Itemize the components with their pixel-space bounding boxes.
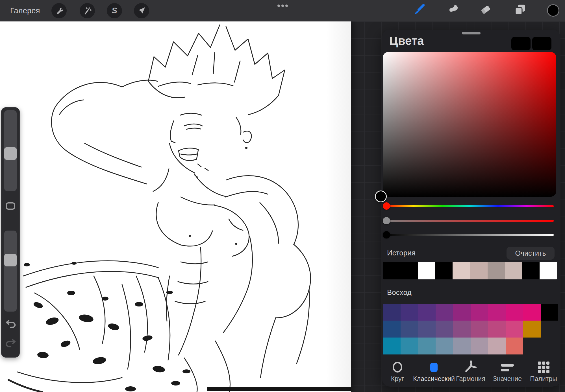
tab-disc-label: Круг	[391, 375, 404, 383]
color-disc-icon[interactable]	[547, 4, 559, 17]
adjustments-button[interactable]	[80, 3, 95, 18]
eraser-icon	[479, 3, 492, 17]
history-swatch[interactable]	[470, 262, 488, 279]
top-toolbar: Галерея S	[0, 0, 565, 21]
tab-palettes[interactable]: Палитры	[518, 360, 565, 383]
undo-button[interactable]	[5, 320, 16, 329]
palettes-grid-icon	[538, 362, 549, 373]
layers-button[interactable]	[513, 3, 527, 17]
saturation-slider[interactable]	[385, 220, 554, 222]
undo-icon	[5, 319, 16, 330]
palette-swatch[interactable]	[401, 321, 418, 338]
palette-swatch[interactable]	[418, 304, 436, 321]
palette-swatch[interactable]	[541, 304, 558, 321]
hue-slider-knob[interactable]	[383, 202, 390, 210]
drawing-canvas[interactable]	[0, 21, 351, 392]
palette-name: Восход	[387, 288, 412, 297]
canvas-edge-shadow	[326, 21, 351, 392]
palette-swatch[interactable]	[523, 304, 541, 321]
saturation-brightness-square[interactable]	[383, 52, 556, 197]
harmony-icon	[464, 360, 477, 374]
palette-swatch[interactable]	[488, 338, 506, 354]
palette-swatch[interactable]	[418, 321, 436, 338]
eraser-tool-button[interactable]	[479, 3, 492, 17]
actions-button[interactable]	[51, 3, 67, 18]
selection-s-icon: S	[112, 6, 117, 15]
layers-icon	[514, 3, 527, 17]
gallery-button[interactable]: Галерея	[10, 0, 40, 21]
palette-swatch[interactable]	[506, 304, 523, 321]
redo-icon	[5, 339, 16, 349]
brush-size-slider[interactable]	[4, 110, 17, 191]
clear-history-button[interactable]: Очистить	[507, 247, 555, 260]
disc-ring-icon	[393, 362, 402, 373]
palette-swatch[interactable]	[453, 321, 471, 338]
color-selector-circle[interactable]	[375, 190, 387, 202]
colors-panel: Цвета История Очистить Восход Круг Класс…	[382, 30, 560, 387]
history-swatch[interactable]	[505, 262, 522, 279]
previous-color-swatch[interactable]	[532, 37, 551, 50]
section-divider	[382, 243, 560, 243]
palette-swatch[interactable]	[471, 338, 488, 354]
paint-tool-button[interactable]	[412, 3, 426, 17]
palette-empty-cell	[523, 338, 541, 354]
palette-swatch[interactable]	[523, 321, 541, 338]
brightness-slider-knob[interactable]	[383, 231, 390, 238]
history-label: История	[387, 249, 416, 257]
palette-swatch[interactable]	[401, 338, 418, 354]
history-swatch[interactable]	[453, 262, 470, 279]
canvas-options-ellipsis-icon[interactable]	[277, 5, 288, 7]
palette-swatch[interactable]	[383, 304, 401, 321]
selection-button[interactable]: S	[107, 3, 122, 18]
palette-swatch[interactable]	[488, 304, 506, 321]
current-color-swatch[interactable]	[511, 37, 531, 50]
value-bars-icon	[501, 362, 514, 372]
clear-history-label: Очистить	[515, 249, 546, 257]
palette-swatch[interactable]	[471, 304, 488, 321]
palette-swatch[interactable]	[418, 338, 436, 354]
history-swatch[interactable]	[540, 262, 557, 279]
brush-size-handle[interactable]	[4, 147, 17, 160]
opacity-handle[interactable]	[4, 254, 17, 266]
palette-swatch[interactable]	[436, 338, 453, 354]
modify-button[interactable]	[6, 202, 15, 210]
smudge-tool-button[interactable]	[447, 3, 460, 17]
palette-swatch[interactable]	[506, 321, 523, 338]
classic-square-icon	[430, 363, 438, 372]
palette-swatch[interactable]	[383, 321, 401, 338]
opacity-slider[interactable]	[4, 231, 17, 312]
history-swatch[interactable]	[522, 262, 540, 279]
transform-arrow-icon	[137, 6, 146, 16]
colors-panel-title: Цвета	[389, 34, 424, 48]
palette-swatch[interactable]	[488, 321, 506, 338]
section-divider	[382, 284, 560, 284]
procreate-window: Галерея S	[0, 0, 565, 392]
tab-value-label: Значение	[493, 375, 522, 383]
redo-button[interactable]	[5, 339, 16, 349]
palette-swatch[interactable]	[471, 321, 488, 338]
saturation-slider-knob[interactable]	[383, 217, 390, 224]
panel-drag-handle[interactable]	[462, 32, 481, 34]
palette-swatch[interactable]	[436, 304, 453, 321]
history-swatches-row	[383, 262, 557, 279]
history-swatch[interactable]	[401, 262, 418, 279]
history-swatch[interactable]	[488, 262, 505, 279]
brightness-slider[interactable]	[385, 234, 554, 236]
palette-swatch[interactable]	[453, 304, 471, 321]
palette-swatch[interactable]	[401, 304, 418, 321]
hue-slider[interactable]	[385, 205, 554, 207]
tab-harmony-label: Гармония	[456, 375, 485, 383]
palette-swatch[interactable]	[506, 338, 523, 354]
palette-swatch[interactable]	[383, 338, 401, 354]
smudge-icon	[447, 3, 460, 17]
wrench-icon	[54, 6, 64, 16]
palette-swatch[interactable]	[453, 338, 471, 354]
palette-empty-cell	[541, 338, 558, 354]
magic-wand-icon	[82, 6, 92, 16]
palette-swatch[interactable]	[436, 321, 453, 338]
history-swatch[interactable]	[418, 262, 435, 279]
transform-button[interactable]	[134, 3, 149, 18]
history-swatch[interactable]	[383, 262, 401, 279]
palette-grid	[383, 304, 558, 354]
history-swatch[interactable]	[435, 262, 453, 279]
